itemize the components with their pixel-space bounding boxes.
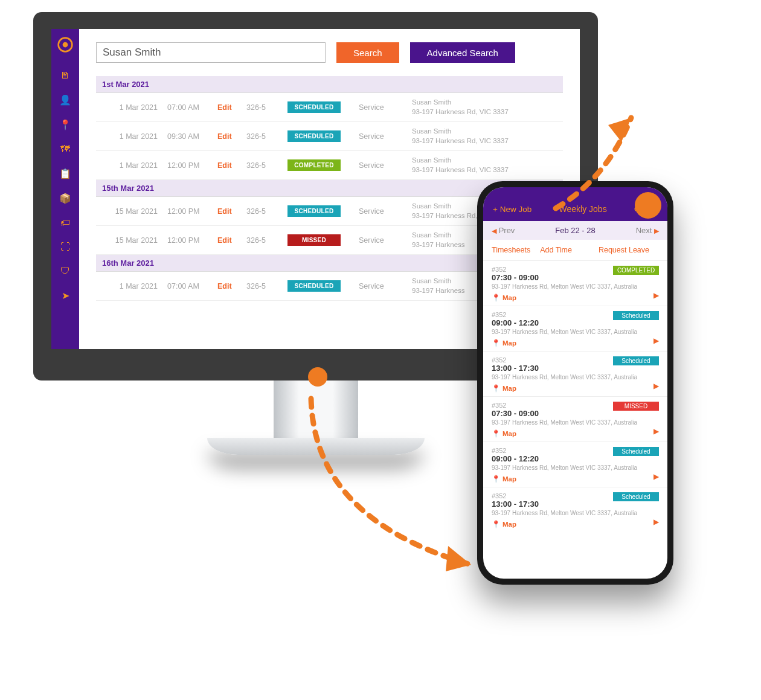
- date-group-header: 1st Mar 2021: [96, 76, 563, 93]
- mobile-week-nav: ◀ Prev Feb 22 - 28 Next ▶: [483, 221, 667, 240]
- svg-marker-3: [446, 546, 471, 571]
- job-status-badge: Scheduled: [613, 447, 659, 456]
- job-address: 93-197 Harkness Rd, Melton West VIC 3337…: [492, 419, 659, 426]
- tag-icon[interactable]: 🏷: [60, 217, 70, 228]
- status-badge: COMPLETED: [287, 159, 341, 171]
- svg-marker-2: [608, 118, 631, 142]
- status-badge: SCHEDULED: [287, 130, 341, 142]
- chevron-right-icon: ▶: [653, 382, 659, 390]
- row-id: 326-5: [246, 161, 283, 170]
- edit-link[interactable]: Edit: [217, 236, 242, 245]
- row-id: 326-5: [246, 236, 283, 245]
- map-link[interactable]: 📍Map: [492, 429, 659, 438]
- tab-timesheets[interactable]: Timesheets: [492, 246, 530, 254]
- monitor-stand: [274, 381, 358, 438]
- row-id: 326-5: [246, 132, 283, 141]
- search-input[interactable]: [96, 42, 326, 63]
- week-range: Feb 22 - 28: [555, 226, 596, 235]
- row-id: 326-5: [246, 207, 283, 216]
- row-date: 15 Mar 2021: [102, 207, 162, 216]
- status-badge: MISSED: [287, 234, 341, 246]
- job-card[interactable]: Scheduled#35213:00 - 17:3093-197 Harknes…: [483, 487, 667, 532]
- paper-plane-icon[interactable]: ➤: [62, 290, 69, 301]
- status-badge: SCHEDULED: [287, 101, 341, 113]
- next-week-button[interactable]: Next ▶: [636, 226, 659, 235]
- prev-week-button[interactable]: ◀ Prev: [492, 226, 515, 235]
- search-button[interactable]: Search: [336, 42, 399, 63]
- crop-icon[interactable]: ⛶: [60, 242, 70, 252]
- next-label: Next: [636, 226, 652, 235]
- job-status-badge: Scheduled: [613, 311, 659, 320]
- mobile-tabs: Timesheets Add Time Request Leave: [483, 240, 667, 260]
- edit-link[interactable]: Edit: [217, 103, 242, 112]
- pin-icon: 📍: [492, 520, 500, 528]
- cube-icon[interactable]: 📦: [59, 193, 71, 204]
- job-card[interactable]: Scheduled#35209:00 - 12:2093-197 Harknes…: [483, 306, 667, 351]
- job-address: 93-197 Harkness Rd, Melton West VIC 3337…: [492, 374, 659, 381]
- map-link[interactable]: 📍Map: [492, 294, 659, 302]
- row-type: Service: [359, 161, 407, 170]
- phone-decor-dot: [635, 192, 661, 219]
- row-type: Service: [359, 207, 407, 216]
- job-status-badge: Scheduled: [613, 492, 659, 501]
- row-time: 07:00 AM: [167, 103, 213, 112]
- row-type: Service: [359, 132, 407, 141]
- status-badge: SCHEDULED: [287, 205, 341, 217]
- job-card[interactable]: Scheduled#35213:00 - 17:3093-197 Harknes…: [483, 351, 667, 396]
- clipboard-icon[interactable]: 📋: [59, 168, 71, 179]
- chevron-left-icon: ◀: [492, 227, 496, 234]
- document-icon[interactable]: 🗎: [60, 70, 70, 81]
- map-link[interactable]: 📍Map: [492, 384, 659, 393]
- row-id: 326-5: [246, 282, 283, 291]
- map-icon[interactable]: 🗺: [60, 144, 70, 155]
- status-badge: SCHEDULED: [287, 280, 341, 292]
- mobile-title: Weekly Jobs: [531, 204, 634, 214]
- new-job-button[interactable]: + New Job: [493, 205, 531, 214]
- edit-link[interactable]: Edit: [217, 207, 242, 216]
- job-address: 93-197 Harkness Rd, Melton West VIC 3337…: [492, 510, 659, 516]
- pin-icon: 📍: [492, 339, 500, 347]
- row-date: 1 Mar 2021: [102, 282, 162, 291]
- schedule-row[interactable]: 1 Mar 202109:30 AMEdit326-5SCHEDULEDServ…: [96, 122, 563, 151]
- job-card[interactable]: Scheduled#35209:00 - 12:2093-197 Harknes…: [483, 442, 667, 487]
- row-date: 1 Mar 2021: [102, 132, 162, 141]
- map-link[interactable]: 📍Map: [492, 339, 659, 347]
- job-card[interactable]: MISSED#35207:30 - 09:0093-197 Harkness R…: [483, 396, 667, 442]
- row-type: Service: [359, 282, 407, 291]
- pin-icon: 📍: [492, 475, 500, 483]
- shield-icon[interactable]: 🛡: [60, 266, 70, 277]
- schedule-row[interactable]: 1 Mar 202112:00 PMEdit326-5COMPLETEDServ…: [96, 151, 563, 180]
- chevron-right-icon: ▶: [653, 427, 659, 435]
- row-id: 326-5: [246, 103, 283, 112]
- chevron-right-icon: ▶: [653, 518, 659, 526]
- row-time: 12:00 PM: [167, 207, 213, 216]
- schedule-row[interactable]: 1 Mar 202107:00 AMEdit326-5SCHEDULEDServ…: [96, 93, 563, 122]
- tab-add-time[interactable]: Add Time: [540, 246, 572, 254]
- mobile-screen: + New Job Weekly Jobs ⟳ ☰ ◀ Prev Feb 22 …: [483, 187, 667, 579]
- job-address: 93-197 Harkness Rd, Melton West VIC 3337…: [492, 329, 659, 335]
- sidebar: 🗎 👤 📍 🗺 📋 📦 🏷 ⛶ 🛡 ➤: [51, 29, 79, 349]
- row-time: 12:00 PM: [167, 161, 213, 170]
- user-icon[interactable]: 👤: [59, 94, 71, 106]
- row-type: Service: [359, 103, 407, 112]
- row-date: 1 Mar 2021: [102, 103, 162, 112]
- pin-icon: 📍: [492, 429, 500, 438]
- edit-link[interactable]: Edit: [217, 161, 242, 170]
- svg-point-1: [63, 42, 68, 48]
- chevron-right-icon: ▶: [653, 336, 659, 345]
- job-card[interactable]: COMPLETED#35207:30 - 09:0093-197 Harknes…: [483, 260, 667, 306]
- pin-icon[interactable]: 📍: [59, 119, 71, 130]
- edit-link[interactable]: Edit: [217, 132, 242, 141]
- tab-request-leave[interactable]: Request Leave: [599, 246, 649, 254]
- row-customer: Susan Smith93-197 Harkness Rd, VIC 3337: [412, 127, 557, 146]
- app-logo-icon: [57, 36, 74, 53]
- row-customer: Susan Smith93-197 Harkness Rd, VIC 3337: [412, 156, 557, 175]
- job-address: 93-197 Harkness Rd, Melton West VIC 3337…: [492, 464, 659, 471]
- row-time: 12:00 PM: [167, 236, 213, 245]
- edit-link[interactable]: Edit: [217, 282, 242, 291]
- advanced-search-button[interactable]: Advanced Search: [410, 42, 515, 63]
- map-link[interactable]: 📍Map: [492, 520, 659, 528]
- map-link[interactable]: 📍Map: [492, 475, 659, 483]
- pin-icon: 📍: [492, 384, 500, 393]
- row-type: Service: [359, 236, 407, 245]
